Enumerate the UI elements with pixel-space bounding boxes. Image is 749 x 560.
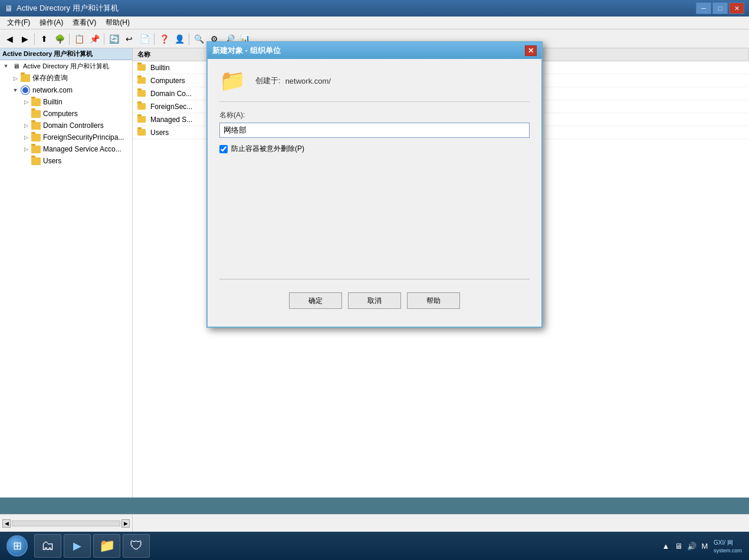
tray-network-icon[interactable]: 🖥 [674,541,684,551]
folder-taskbar-icon: 📁 [99,538,115,554]
checkbox-label: 防止容器被意外删除(P) [231,144,304,154]
taskbar: ⊞ 🗂 ▶ 📁 🛡 ▲ 🖥 🔊 M GXI/ 网system.com [0,532,749,560]
checkbox-row: 防止容器被意外删除(P) [219,144,530,154]
dialog-separator [219,279,530,279]
created-at-value: network.com/ [285,77,331,85]
taskbar-app-explorer[interactable]: 🗂 [34,534,61,558]
dialog-titlebar: 新建对象 - 组织单位 ✕ [208,42,541,59]
dialog-top-section: 📁 创建于: network.com/ [219,68,530,102]
new-object-dialog: 新建对象 - 组织单位 ✕ 📁 创建于: network.com/ 名称(A): [206,41,543,328]
system-tray: ▲ 🖥 🔊 M [661,541,710,551]
dialog-buttons: 确定 取消 帮助 [219,286,530,317]
dialog-close-button[interactable]: ✕ [525,45,537,56]
name-label: 名称(A): [219,110,530,120]
tray-arrow-icon[interactable]: ▲ [661,541,671,551]
start-button[interactable]: ⊞ [2,534,32,558]
help-button[interactable]: 帮助 [407,292,460,309]
dialog-spacer [219,154,530,272]
dialog-created-at: 创建于: network.com/ [255,75,331,86]
cmd-icon: ▶ [73,539,81,552]
tray-lang-icon[interactable]: M [699,541,710,551]
dialog-title: 新建对象 - 组织单位 [212,45,281,56]
tray-volume-icon[interactable]: 🔊 [686,541,697,551]
taskbar-app-cmd[interactable]: ▶ [64,534,91,558]
name-input[interactable] [219,123,530,138]
security-icon: 🛡 [130,538,143,554]
dialog-overlay: 新建对象 - 组织单位 ✕ 📁 创建于: network.com/ 名称(A): [0,0,749,532]
created-at-label: 创建于: [255,75,281,86]
taskbar-right: ▲ 🖥 🔊 M GXI/ 网system.com [661,539,747,554]
name-form-row: 名称(A): [219,110,530,138]
explorer-icon: 🗂 [41,538,54,554]
ok-button[interactable]: 确定 [289,292,342,309]
dialog-folder-icon: 📁 [219,68,246,93]
taskbar-watermark: GXI/ 网system.com [714,539,742,554]
taskbar-app-security[interactable]: 🛡 [123,534,150,558]
taskbar-app-folder[interactable]: 📁 [93,534,120,558]
dialog-body: 📁 创建于: network.com/ 名称(A): 防止容器被意外删除(P) [208,59,541,327]
start-icon: ⊞ [6,535,28,556]
protect-checkbox[interactable] [219,145,228,153]
cancel-button[interactable]: 取消 [348,292,401,309]
